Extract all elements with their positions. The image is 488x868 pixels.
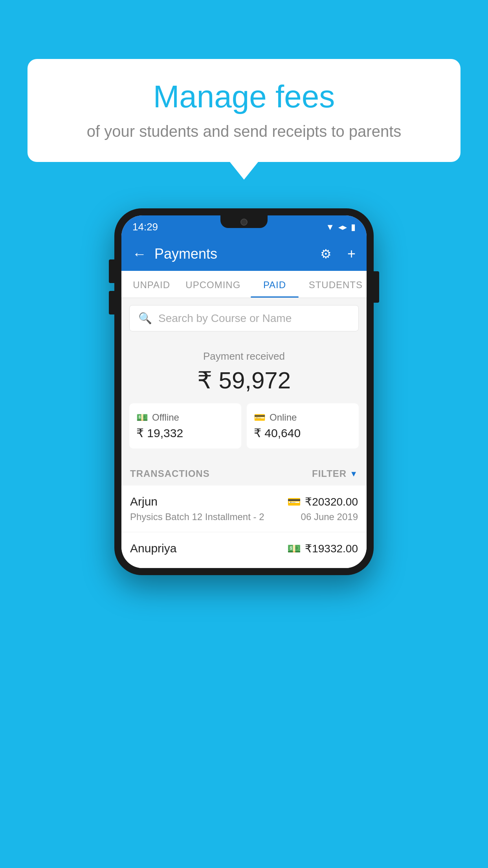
payment-cards: 💵 Offline ₹ 19,332 💳 Online ₹ 40,640 [129,403,359,449]
bubble-subtitle: of your students and send receipts to pa… [51,123,437,140]
speech-bubble-container: Manage fees of your students and send re… [28,59,460,162]
back-button[interactable]: ← [132,246,147,262]
page-title: Payments [154,246,312,262]
transaction-row[interactable]: Anupriya 💵 ₹19332.00 [121,532,367,568]
battery-icon: ▮ [351,222,356,232]
signal-icon: ◂▸ [338,222,347,232]
transactions-label: TRANSACTIONS [130,468,210,479]
transaction-top: Anupriya 💵 ₹19332.00 [130,542,358,555]
status-icons: ▼ ◂▸ ▮ [326,222,356,232]
cash-icon: 💵 [136,412,148,423]
volume-down-button [109,291,114,314]
transaction-amount: 💵 ₹19332.00 [287,542,358,555]
settings-icon[interactable]: ⚙ [320,246,332,261]
offline-amount: ₹ 19,332 [136,426,234,440]
transactions-header: TRANSACTIONS FILTER ▼ [121,460,367,485]
phone-notch [220,215,268,228]
payment-total-amount: ₹ 59,972 [129,366,359,394]
cash-payment-icon: 💵 [287,542,301,555]
filter-button[interactable]: FILTER ▼ [312,468,358,479]
tab-students[interactable]: STUDENTS [305,271,367,298]
transaction-top: Arjun 💳 ₹20320.00 [130,495,358,508]
card-icon: 💳 [254,412,266,423]
online-label-row: 💳 Online [254,412,352,423]
filter-label: FILTER [312,468,347,479]
payment-summary: Payment received ₹ 59,972 💵 Offline ₹ 19… [121,338,367,460]
search-container: 🔍 Search by Course or Name [121,298,367,338]
volume-up-button [109,259,114,283]
transaction-row[interactable]: Arjun 💳 ₹20320.00 Physics Batch 12 Insta… [121,485,367,532]
wifi-icon: ▼ [326,222,334,232]
phone-screen: 14:29 ▼ ◂▸ ▮ ← Payments ⚙ + UNPAID [121,215,367,568]
filter-icon: ▼ [350,469,358,478]
transaction-date: 06 June 2019 [301,511,358,522]
online-payment-card: 💳 Online ₹ 40,640 [247,403,359,449]
phone-container: 14:29 ▼ ◂▸ ▮ ← Payments ⚙ + UNPAID [114,208,374,575]
power-button [374,271,379,303]
online-amount: ₹ 40,640 [254,426,352,440]
tab-bar: UNPAID UPCOMING PAID STUDENTS [121,271,367,298]
app-header: ← Payments ⚙ + [121,237,367,271]
card-payment-icon: 💳 [287,495,301,508]
search-placeholder: Search by Course or Name [158,312,292,325]
student-name: Anupriya [130,542,176,555]
front-camera [240,219,248,226]
status-time: 14:29 [132,221,158,233]
search-icon: 🔍 [138,312,152,325]
transaction-amount: 💳 ₹20320.00 [287,495,358,508]
payment-received-label: Payment received [129,350,359,362]
offline-label-row: 💵 Offline [136,412,234,423]
transaction-bottom: Physics Batch 12 Installment - 2 06 June… [130,511,358,522]
bubble-title: Manage fees [51,79,437,115]
offline-payment-card: 💵 Offline ₹ 19,332 [129,403,241,449]
tab-unpaid[interactable]: UNPAID [121,271,182,298]
student-name: Arjun [130,495,158,508]
search-bar[interactable]: 🔍 Search by Course or Name [129,305,359,331]
phone-frame: 14:29 ▼ ◂▸ ▮ ← Payments ⚙ + UNPAID [114,208,374,575]
tab-upcoming[interactable]: UPCOMING [182,271,244,298]
course-info: Physics Batch 12 Installment - 2 [130,511,264,522]
add-button[interactable]: + [347,246,356,262]
tab-paid[interactable]: PAID [244,271,305,298]
speech-bubble: Manage fees of your students and send re… [28,59,460,162]
